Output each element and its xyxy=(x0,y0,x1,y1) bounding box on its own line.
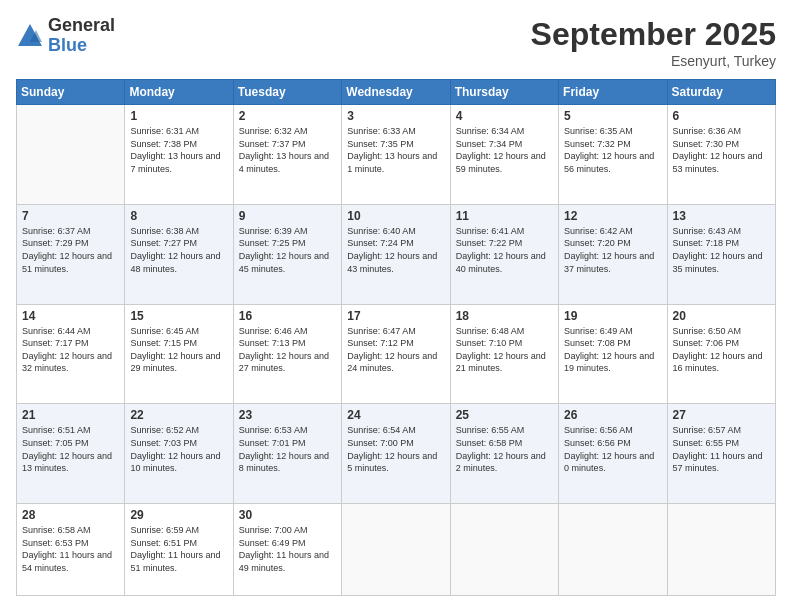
day-info: Sunrise: 6:57 AM Sunset: 6:55 PM Dayligh… xyxy=(673,424,770,474)
calendar-cell: 1 Sunrise: 6:31 AM Sunset: 7:38 PM Dayli… xyxy=(125,105,233,205)
day-number: 28 xyxy=(22,508,119,522)
calendar-cell: 16 Sunrise: 6:46 AM Sunset: 7:13 PM Dayl… xyxy=(233,304,341,404)
calendar-cell: 6 Sunrise: 6:36 AM Sunset: 7:30 PM Dayli… xyxy=(667,105,775,205)
day-number: 18 xyxy=(456,309,553,323)
weekday-header-friday: Friday xyxy=(559,80,667,105)
day-number: 11 xyxy=(456,209,553,223)
calendar-cell: 13 Sunrise: 6:43 AM Sunset: 7:18 PM Dayl… xyxy=(667,204,775,304)
day-info: Sunrise: 6:42 AM Sunset: 7:20 PM Dayligh… xyxy=(564,225,661,275)
calendar-cell: 28 Sunrise: 6:58 AM Sunset: 6:53 PM Dayl… xyxy=(17,504,125,596)
calendar-cell: 2 Sunrise: 6:32 AM Sunset: 7:37 PM Dayli… xyxy=(233,105,341,205)
calendar-cell: 17 Sunrise: 6:47 AM Sunset: 7:12 PM Dayl… xyxy=(342,304,450,404)
day-info: Sunrise: 7:00 AM Sunset: 6:49 PM Dayligh… xyxy=(239,524,336,574)
weekday-header-sunday: Sunday xyxy=(17,80,125,105)
day-number: 8 xyxy=(130,209,227,223)
day-info: Sunrise: 6:56 AM Sunset: 6:56 PM Dayligh… xyxy=(564,424,661,474)
day-number: 3 xyxy=(347,109,444,123)
day-number: 14 xyxy=(22,309,119,323)
day-info: Sunrise: 6:58 AM Sunset: 6:53 PM Dayligh… xyxy=(22,524,119,574)
calendar-cell: 11 Sunrise: 6:41 AM Sunset: 7:22 PM Dayl… xyxy=(450,204,558,304)
calendar-cell: 18 Sunrise: 6:48 AM Sunset: 7:10 PM Dayl… xyxy=(450,304,558,404)
day-number: 26 xyxy=(564,408,661,422)
day-number: 7 xyxy=(22,209,119,223)
day-number: 21 xyxy=(22,408,119,422)
location-subtitle: Esenyurt, Turkey xyxy=(531,53,776,69)
logo-icon xyxy=(16,22,44,50)
calendar-week-row: 14 Sunrise: 6:44 AM Sunset: 7:17 PM Dayl… xyxy=(17,304,776,404)
calendar-table: SundayMondayTuesdayWednesdayThursdayFrid… xyxy=(16,79,776,596)
day-number: 20 xyxy=(673,309,770,323)
day-info: Sunrise: 6:49 AM Sunset: 7:08 PM Dayligh… xyxy=(564,325,661,375)
day-info: Sunrise: 6:37 AM Sunset: 7:29 PM Dayligh… xyxy=(22,225,119,275)
calendar-cell: 15 Sunrise: 6:45 AM Sunset: 7:15 PM Dayl… xyxy=(125,304,233,404)
day-info: Sunrise: 6:34 AM Sunset: 7:34 PM Dayligh… xyxy=(456,125,553,175)
day-number: 15 xyxy=(130,309,227,323)
day-number: 4 xyxy=(456,109,553,123)
calendar-cell: 25 Sunrise: 6:55 AM Sunset: 6:58 PM Dayl… xyxy=(450,404,558,504)
calendar-cell: 7 Sunrise: 6:37 AM Sunset: 7:29 PM Dayli… xyxy=(17,204,125,304)
day-number: 23 xyxy=(239,408,336,422)
day-number: 13 xyxy=(673,209,770,223)
day-number: 24 xyxy=(347,408,444,422)
calendar-week-row: 7 Sunrise: 6:37 AM Sunset: 7:29 PM Dayli… xyxy=(17,204,776,304)
day-number: 5 xyxy=(564,109,661,123)
calendar-cell: 12 Sunrise: 6:42 AM Sunset: 7:20 PM Dayl… xyxy=(559,204,667,304)
calendar-cell: 29 Sunrise: 6:59 AM Sunset: 6:51 PM Dayl… xyxy=(125,504,233,596)
logo: General Blue xyxy=(16,16,115,56)
day-info: Sunrise: 6:38 AM Sunset: 7:27 PM Dayligh… xyxy=(130,225,227,275)
calendar-cell xyxy=(667,504,775,596)
day-info: Sunrise: 6:32 AM Sunset: 7:37 PM Dayligh… xyxy=(239,125,336,175)
title-block: September 2025 Esenyurt, Turkey xyxy=(531,16,776,69)
day-info: Sunrise: 6:59 AM Sunset: 6:51 PM Dayligh… xyxy=(130,524,227,574)
calendar-cell: 26 Sunrise: 6:56 AM Sunset: 6:56 PM Dayl… xyxy=(559,404,667,504)
calendar-week-row: 21 Sunrise: 6:51 AM Sunset: 7:05 PM Dayl… xyxy=(17,404,776,504)
day-number: 2 xyxy=(239,109,336,123)
calendar-cell: 14 Sunrise: 6:44 AM Sunset: 7:17 PM Dayl… xyxy=(17,304,125,404)
day-info: Sunrise: 6:48 AM Sunset: 7:10 PM Dayligh… xyxy=(456,325,553,375)
calendar-cell: 22 Sunrise: 6:52 AM Sunset: 7:03 PM Dayl… xyxy=(125,404,233,504)
day-number: 16 xyxy=(239,309,336,323)
day-info: Sunrise: 6:53 AM Sunset: 7:01 PM Dayligh… xyxy=(239,424,336,474)
day-info: Sunrise: 6:40 AM Sunset: 7:24 PM Dayligh… xyxy=(347,225,444,275)
page: General Blue September 2025 Esenyurt, Tu… xyxy=(0,0,792,612)
day-info: Sunrise: 6:41 AM Sunset: 7:22 PM Dayligh… xyxy=(456,225,553,275)
calendar-week-row: 1 Sunrise: 6:31 AM Sunset: 7:38 PM Dayli… xyxy=(17,105,776,205)
calendar-week-row: 28 Sunrise: 6:58 AM Sunset: 6:53 PM Dayl… xyxy=(17,504,776,596)
day-number: 17 xyxy=(347,309,444,323)
day-number: 12 xyxy=(564,209,661,223)
day-info: Sunrise: 6:45 AM Sunset: 7:15 PM Dayligh… xyxy=(130,325,227,375)
day-number: 25 xyxy=(456,408,553,422)
calendar-cell: 3 Sunrise: 6:33 AM Sunset: 7:35 PM Dayli… xyxy=(342,105,450,205)
day-info: Sunrise: 6:51 AM Sunset: 7:05 PM Dayligh… xyxy=(22,424,119,474)
logo-blue: Blue xyxy=(48,36,115,56)
weekday-header-tuesday: Tuesday xyxy=(233,80,341,105)
weekday-header-row: SundayMondayTuesdayWednesdayThursdayFrid… xyxy=(17,80,776,105)
calendar-cell: 21 Sunrise: 6:51 AM Sunset: 7:05 PM Dayl… xyxy=(17,404,125,504)
weekday-header-thursday: Thursday xyxy=(450,80,558,105)
calendar-cell xyxy=(342,504,450,596)
day-info: Sunrise: 6:55 AM Sunset: 6:58 PM Dayligh… xyxy=(456,424,553,474)
day-info: Sunrise: 6:35 AM Sunset: 7:32 PM Dayligh… xyxy=(564,125,661,175)
weekday-header-wednesday: Wednesday xyxy=(342,80,450,105)
day-number: 29 xyxy=(130,508,227,522)
day-info: Sunrise: 6:33 AM Sunset: 7:35 PM Dayligh… xyxy=(347,125,444,175)
weekday-header-monday: Monday xyxy=(125,80,233,105)
day-info: Sunrise: 6:43 AM Sunset: 7:18 PM Dayligh… xyxy=(673,225,770,275)
day-info: Sunrise: 6:39 AM Sunset: 7:25 PM Dayligh… xyxy=(239,225,336,275)
calendar-cell: 30 Sunrise: 7:00 AM Sunset: 6:49 PM Dayl… xyxy=(233,504,341,596)
day-number: 1 xyxy=(130,109,227,123)
calendar-cell: 20 Sunrise: 6:50 AM Sunset: 7:06 PM Dayl… xyxy=(667,304,775,404)
header: General Blue September 2025 Esenyurt, Tu… xyxy=(16,16,776,69)
calendar-cell: 4 Sunrise: 6:34 AM Sunset: 7:34 PM Dayli… xyxy=(450,105,558,205)
logo-general: General xyxy=(48,16,115,36)
calendar-cell: 8 Sunrise: 6:38 AM Sunset: 7:27 PM Dayli… xyxy=(125,204,233,304)
logo-text: General Blue xyxy=(48,16,115,56)
calendar-cell: 5 Sunrise: 6:35 AM Sunset: 7:32 PM Dayli… xyxy=(559,105,667,205)
day-info: Sunrise: 6:50 AM Sunset: 7:06 PM Dayligh… xyxy=(673,325,770,375)
weekday-header-saturday: Saturday xyxy=(667,80,775,105)
month-title: September 2025 xyxy=(531,16,776,53)
day-number: 19 xyxy=(564,309,661,323)
day-number: 6 xyxy=(673,109,770,123)
day-info: Sunrise: 6:31 AM Sunset: 7:38 PM Dayligh… xyxy=(130,125,227,175)
day-info: Sunrise: 6:47 AM Sunset: 7:12 PM Dayligh… xyxy=(347,325,444,375)
